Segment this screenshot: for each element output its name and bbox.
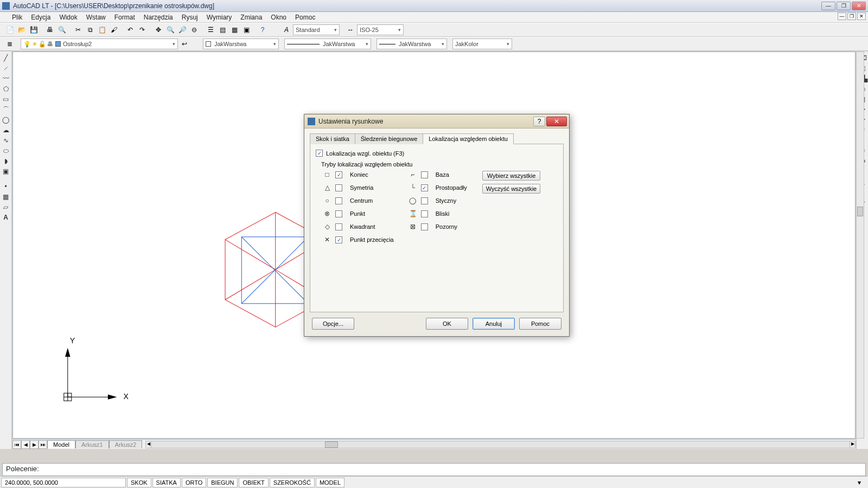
tab-arkusz2[interactable]: Arkusz2 bbox=[109, 440, 143, 448]
osnap-mode-checkbox[interactable] bbox=[335, 197, 342, 204]
match-prop-icon[interactable]: 🖌 bbox=[108, 24, 119, 35]
toggle-skok[interactable]: SKOK bbox=[127, 478, 151, 487]
layer-combo[interactable]: 💡 ☀ 🔓 🖶 Ostrosłup2▾ bbox=[21, 38, 178, 49]
status-tray-icon[interactable]: ▾ bbox=[854, 477, 865, 488]
minimize-button[interactable]: — bbox=[821, 2, 835, 10]
spline-icon[interactable]: ∿ bbox=[2, 136, 10, 145]
markup-icon[interactable]: ▣ bbox=[241, 24, 252, 35]
text-style-icon[interactable]: A bbox=[281, 24, 292, 35]
xline-icon[interactable]: ⟋ bbox=[2, 64, 10, 73]
toggle-model[interactable]: MODEL bbox=[316, 478, 344, 487]
osnap-mode-checkbox[interactable]: ✓ bbox=[335, 236, 342, 243]
tab-first-button[interactable]: ⏮ bbox=[12, 440, 21, 449]
cancel-button[interactable]: Anuluj bbox=[473, 318, 515, 330]
circle-icon[interactable]: ◯ bbox=[2, 115, 10, 124]
text-icon[interactable]: A bbox=[2, 213, 10, 222]
polygon-icon[interactable]: ⬠ bbox=[2, 85, 10, 93]
ellipse-arc-icon[interactable]: ◗ bbox=[2, 157, 10, 165]
color-combo[interactable]: JakWarstwa▾ bbox=[203, 38, 279, 49]
osnap-mode-checkbox[interactable] bbox=[421, 171, 428, 178]
layer-manager-icon[interactable]: ≣ bbox=[4, 38, 15, 49]
toggle-obiekt[interactable]: OBIEKT bbox=[239, 478, 268, 487]
new-icon[interactable]: 📄 bbox=[4, 24, 15, 35]
menu-edycja[interactable]: Edycja bbox=[27, 12, 55, 22]
toggle-siatka[interactable]: SIATKA bbox=[152, 478, 181, 487]
linetype-combo[interactable]: JakWarstwa▾ bbox=[284, 38, 371, 49]
print-preview-icon[interactable]: 🔍 bbox=[56, 24, 67, 35]
tab-arkusz1[interactable]: Arkusz1 bbox=[75, 440, 109, 448]
dialog-help-button[interactable]: ? bbox=[533, 117, 545, 126]
arc-icon[interactable]: ⌒ bbox=[2, 105, 10, 114]
toggle-orto[interactable]: ORTO bbox=[182, 478, 206, 487]
osnap-mode-checkbox[interactable] bbox=[421, 223, 428, 230]
command-line[interactable]: Polecenie: bbox=[2, 463, 866, 476]
tab-skok-siatka[interactable]: Skok i siatka bbox=[310, 133, 355, 144]
tool-palettes-icon[interactable]: ▦ bbox=[229, 24, 240, 35]
dialog-close-button[interactable]: ✕ bbox=[546, 117, 567, 126]
properties-icon[interactable]: ☰ bbox=[205, 24, 216, 35]
zoom-window-icon[interactable]: 🔎 bbox=[177, 24, 188, 35]
menu-wymiary[interactable]: Wymiary bbox=[202, 12, 237, 22]
osnap-mode-checkbox[interactable] bbox=[335, 223, 342, 230]
help-button[interactable]: Pomoc bbox=[519, 318, 561, 330]
menu-format[interactable]: Format bbox=[110, 12, 139, 22]
pan-icon[interactable]: ✥ bbox=[153, 24, 164, 35]
menu-zmiana[interactable]: Zmiana bbox=[236, 12, 266, 22]
design-center-icon[interactable]: ▤ bbox=[217, 24, 228, 35]
text-style-combo[interactable]: Standard▾ bbox=[293, 24, 340, 35]
menu-wstaw[interactable]: Wstaw bbox=[82, 12, 110, 22]
menu-narzedzia[interactable]: Narzędzia bbox=[139, 12, 177, 22]
zoom-previous-icon[interactable]: ⊖ bbox=[189, 24, 200, 35]
mdi-restore-button[interactable]: ❐ bbox=[847, 12, 856, 20]
help-icon[interactable]: ? bbox=[257, 24, 268, 35]
menu-rysuj[interactable]: Rysuj bbox=[177, 12, 202, 22]
undo-icon[interactable]: ↶ bbox=[125, 24, 136, 35]
osnap-mode-checkbox[interactable]: ✓ bbox=[421, 184, 428, 191]
tab-sledzenie-biegunowe[interactable]: Śledzenie biegunowe bbox=[355, 133, 424, 144]
osnap-enable-checkbox[interactable]: ✓ bbox=[316, 150, 323, 157]
tab-model[interactable]: Model bbox=[47, 440, 75, 448]
open-icon[interactable]: 📂 bbox=[16, 24, 27, 35]
lineweight-combo[interactable]: JakWarstwa▾ bbox=[376, 38, 447, 49]
osnap-mode-checkbox[interactable] bbox=[335, 184, 342, 191]
menu-widok[interactable]: Widok bbox=[55, 12, 81, 22]
tab-next-button[interactable]: ▶ bbox=[30, 440, 39, 449]
redo-icon[interactable]: ↷ bbox=[137, 24, 148, 35]
mdi-close-button[interactable]: ✕ bbox=[857, 12, 866, 20]
polyline-icon[interactable]: 〰 bbox=[2, 74, 10, 83]
osnap-mode-checkbox[interactable]: ✓ bbox=[335, 171, 342, 178]
osnap-mode-checkbox[interactable] bbox=[335, 210, 342, 217]
rectangle-icon[interactable]: ▭ bbox=[2, 95, 10, 104]
osnap-mode-checkbox[interactable] bbox=[421, 210, 428, 217]
clear-all-button[interactable]: Wyczyść wszystkie bbox=[482, 184, 540, 194]
select-all-button[interactable]: Wybierz wszystkie bbox=[482, 171, 540, 181]
menu-pomoc[interactable]: Pomoc bbox=[291, 12, 320, 22]
revision-cloud-icon[interactable]: ☁ bbox=[2, 126, 10, 134]
insert-block-icon[interactable]: ▣ bbox=[2, 167, 10, 176]
vertical-scrollbar[interactable] bbox=[856, 52, 864, 439]
dim-style-icon[interactable]: ↔ bbox=[345, 24, 356, 35]
point-icon[interactable]: • bbox=[2, 182, 10, 191]
cut-icon[interactable]: ✂ bbox=[73, 24, 84, 35]
options-button[interactable]: Opcje... bbox=[312, 318, 354, 330]
maximize-button[interactable]: ❐ bbox=[837, 2, 851, 10]
mdi-minimize-button[interactable]: — bbox=[838, 12, 846, 20]
plotstyle-combo[interactable]: JakKolor▾ bbox=[452, 38, 512, 49]
ok-button[interactable]: OK bbox=[426, 318, 468, 330]
save-icon[interactable]: 💾 bbox=[28, 24, 39, 35]
dialog-title-bar[interactable]: Ustawienia rysunkowe ? ✕ bbox=[304, 114, 569, 129]
toggle-szerokosc[interactable]: SZEROKOŚĆ bbox=[270, 478, 315, 487]
tab-lokalizacja-obiektu[interactable]: Lokalizacja względem obiektu bbox=[423, 133, 514, 144]
dim-style-combo[interactable]: ISO-25▾ bbox=[357, 24, 404, 35]
ellipse-icon[interactable]: ⬭ bbox=[2, 146, 10, 155]
toggle-biegun[interactable]: BIEGUN bbox=[207, 478, 238, 487]
menu-okno[interactable]: Okno bbox=[266, 12, 291, 22]
print-icon[interactable]: 🖶 bbox=[44, 24, 55, 35]
zoom-realtime-icon[interactable]: 🔍 bbox=[165, 24, 176, 35]
copy-icon[interactable]: ⧉ bbox=[85, 24, 95, 35]
menu-plik[interactable]: Plik bbox=[8, 12, 27, 22]
line-icon[interactable]: ╱ bbox=[2, 54, 10, 62]
horizontal-scrollbar[interactable]: ◀ ▶ bbox=[145, 441, 856, 448]
paste-icon[interactable]: 📋 bbox=[97, 24, 107, 35]
region-icon[interactable]: ▱ bbox=[2, 203, 10, 211]
